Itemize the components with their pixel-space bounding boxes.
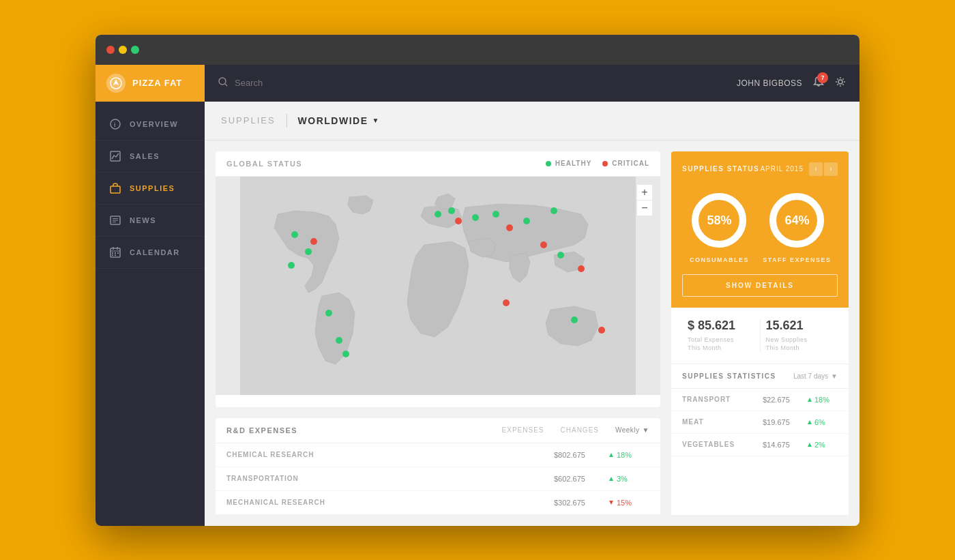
search-icon <box>218 77 228 89</box>
logo-text: PIZZA FAT <box>132 78 182 88</box>
user-name: JOHN BIGBOSS <box>737 78 802 88</box>
show-details-button[interactable]: SHOW DETAILS <box>682 274 838 297</box>
sidebar-item-overview[interactable]: i OVERVIEW <box>96 108 205 141</box>
calendar-label: CALENDAR <box>130 248 180 256</box>
svg-rect-4 <box>111 186 120 193</box>
tables-row: R&D EXPENSES EXPENSES CHANGES Weekly ▼ <box>216 418 660 515</box>
rd-table-cols: EXPENSES CHANGES Weekly ▼ <box>502 426 649 434</box>
consumables-chart: 58% CONSUMABLES <box>688 190 750 263</box>
search-input[interactable] <box>235 78 371 88</box>
page-title: SUPPLIES <box>221 115 276 126</box>
next-month-button[interactable]: › <box>824 162 838 176</box>
charts-row: 58% CONSUMABLES <box>682 190 838 263</box>
ss-date-area: APRIL 2015 ‹ › <box>760 162 838 176</box>
svg-rect-16 <box>112 254 113 256</box>
search-area <box>218 77 726 89</box>
consumables-donut: 58% <box>688 190 750 251</box>
table-row: CHEMICAL RESEARCH $802.675 18% <box>216 443 660 467</box>
svg-point-27 <box>342 351 349 357</box>
nav-arrows: ‹ › <box>809 162 838 176</box>
svg-marker-52 <box>808 443 812 447</box>
sales-icon <box>109 150 121 162</box>
rd-expenses-card: R&D EXPENSES EXPENSES CHANGES Weekly ▼ <box>216 418 660 515</box>
supplies-stats-filter[interactable]: Last 7 days ▼ <box>793 372 838 380</box>
staff-donut: 64% <box>766 190 827 251</box>
map-body: + − <box>216 177 660 395</box>
svg-point-30 <box>472 214 479 221</box>
consumables-pct: 58% <box>707 213 731 227</box>
rd-table-rows: CHEMICAL RESEARCH $802.675 18% TRAN <box>216 443 660 515</box>
svg-point-18 <box>219 78 226 85</box>
list-item: VEGETABLES $14.675 2% <box>671 434 849 456</box>
chevron-down-icon: ▼ <box>372 117 379 124</box>
new-supplies-stat: 15.621 New SuppliesThis Month <box>761 319 838 353</box>
notification-badge: 7 <box>817 72 828 83</box>
supplies-stats-card: SUPPLIES STATISTICS Last 7 days ▼ TRANSP… <box>671 364 849 515</box>
svg-text:i: i <box>114 121 117 128</box>
list-item: TRANSPORT $22.675 18% <box>671 389 849 411</box>
stats-card: $ 85.621 Total ExpensesThis Month 15.621… <box>671 308 849 364</box>
table-row: MECHANICAL RESEARCH $302.675 15% <box>216 491 660 515</box>
svg-rect-14 <box>115 252 116 254</box>
new-supplies-value: 15.621 <box>766 319 833 333</box>
content-grid: GLOBAL STATUS HEALTHY CRITICAL <box>205 141 860 526</box>
supplies-icon <box>109 182 121 194</box>
ss-table-rows: TRANSPORT $22.675 18% MEAT $19.67 <box>671 389 849 456</box>
sidebar-item-calendar[interactable]: CALENDAR <box>96 237 205 269</box>
browser-chrome <box>96 35 860 65</box>
supplies-stats-title: SUPPLIES STATISTICS <box>682 372 776 380</box>
legend-healthy: HEALTHY <box>546 160 591 167</box>
location-dropdown[interactable]: WORLDWIDE ▼ <box>298 115 379 126</box>
list-item: MEAT $19.675 6% <box>671 411 849 434</box>
svg-rect-15 <box>117 252 119 254</box>
logo-icon <box>106 74 126 93</box>
calendar-icon <box>109 246 121 259</box>
svg-point-35 <box>571 316 578 323</box>
svg-point-34 <box>557 252 564 259</box>
filter-chevron-icon: ▼ <box>831 372 838 380</box>
map-legend: HEALTHY CRITICAL <box>546 160 649 167</box>
expenses-col-label: EXPENSES <box>502 426 544 434</box>
svg-point-38 <box>506 224 513 231</box>
svg-point-31 <box>493 211 499 218</box>
browser-dots <box>106 46 139 54</box>
left-panel: GLOBAL STATUS HEALTHY CRITICAL <box>216 151 660 515</box>
changes-col-label: CHANGES <box>561 426 599 434</box>
svg-line-19 <box>225 84 227 86</box>
svg-point-20 <box>838 80 842 84</box>
sidebar-item-news[interactable]: NEWS <box>96 205 205 237</box>
overview-icon: i <box>109 118 121 130</box>
total-expenses-stat: $ 85.621 Total ExpensesThis Month <box>682 319 761 353</box>
svg-point-37 <box>455 218 462 224</box>
supplies-status-card: SUPPLIES STATUS APRIL 2015 ‹ › <box>671 151 849 308</box>
header-separator <box>286 114 287 128</box>
weekly-filter[interactable]: Weekly ▼ <box>615 426 649 434</box>
browser-dot-red <box>106 46 115 54</box>
critical-dot <box>602 161 608 166</box>
sidebar: PIZZA FAT i OVERVIEW <box>96 65 205 526</box>
nav-items: i OVERVIEW SALES <box>96 102 205 276</box>
browser-window: PIZZA FAT i OVERVIEW <box>96 35 860 526</box>
zoom-in-button[interactable]: + <box>637 185 652 200</box>
main-content: SUPPLIES WORLDWIDE ▼ GLOBAL STATUS <box>205 102 860 526</box>
sidebar-item-supplies[interactable]: SUPPLIES <box>96 173 205 205</box>
settings-icon[interactable] <box>835 76 846 90</box>
svg-marker-43 <box>609 453 613 457</box>
svg-point-25 <box>325 310 332 316</box>
notification-icon[interactable]: 7 <box>813 76 824 90</box>
sidebar-item-sales[interactable]: SALES <box>96 141 205 173</box>
total-expenses-value: $ 85.621 <box>688 319 754 333</box>
svg-point-36 <box>310 238 317 245</box>
legend-critical: CRITICAL <box>602 160 649 167</box>
healthy-dot <box>546 161 551 166</box>
news-icon <box>109 214 121 226</box>
supplies-status-title: SUPPLIES STATUS <box>682 165 759 173</box>
ss-header: SUPPLIES STATUS APRIL 2015 ‹ › <box>682 162 838 176</box>
supplies-label: SUPPLIES <box>130 184 175 192</box>
prev-month-button[interactable]: ‹ <box>809 162 823 176</box>
consumables-label: CONSUMABLES <box>690 256 749 263</box>
zoom-out-button[interactable]: − <box>637 201 652 216</box>
svg-point-41 <box>503 299 510 306</box>
news-label: NEWS <box>130 216 156 224</box>
staff-chart: 64% STAFF EXPENSES <box>763 190 831 263</box>
